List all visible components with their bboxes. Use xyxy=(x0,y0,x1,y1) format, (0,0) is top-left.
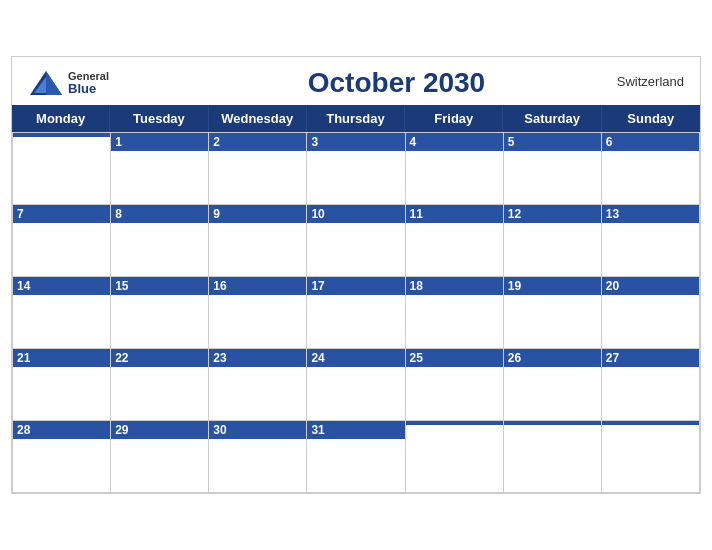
cell-date-empty xyxy=(602,421,699,425)
calendar-cell: 6 xyxy=(602,133,700,205)
cell-date: 1 xyxy=(111,133,208,151)
cell-date: 22 xyxy=(111,349,208,367)
calendar-cell: 12 xyxy=(504,205,602,277)
calendar-cell: 15 xyxy=(111,277,209,349)
calendar-cell: 8 xyxy=(111,205,209,277)
calendar-cell xyxy=(602,421,700,493)
cell-date: 12 xyxy=(504,205,601,223)
calendar-cell: 26 xyxy=(504,349,602,421)
cell-date: 25 xyxy=(406,349,503,367)
cell-date: 26 xyxy=(504,349,601,367)
cell-date: 29 xyxy=(111,421,208,439)
day-tuesday: Tuesday xyxy=(110,105,208,132)
logo-blue-text: Blue xyxy=(68,82,109,95)
calendar-cell: 2 xyxy=(209,133,307,205)
cell-date: 20 xyxy=(602,277,699,295)
day-friday: Friday xyxy=(405,105,503,132)
cell-date: 17 xyxy=(307,277,404,295)
cell-date: 11 xyxy=(406,205,503,223)
calendar-cell: 22 xyxy=(111,349,209,421)
calendar-cell: 11 xyxy=(406,205,504,277)
cell-date: 18 xyxy=(406,277,503,295)
calendar-header: General Blue October 2030 Switzerland xyxy=(12,57,700,105)
calendar: General Blue October 2030 Switzerland Mo… xyxy=(11,56,701,494)
logo-icon xyxy=(28,69,64,97)
calendar-cell: 25 xyxy=(406,349,504,421)
cell-date: 28 xyxy=(13,421,110,439)
calendar-cell: 7 xyxy=(13,205,111,277)
cell-date-empty xyxy=(406,421,503,425)
cell-date: 19 xyxy=(504,277,601,295)
calendar-cell: 14 xyxy=(13,277,111,349)
calendar-cell: 31 xyxy=(307,421,405,493)
cell-date: 16 xyxy=(209,277,306,295)
calendar-cell: 21 xyxy=(13,349,111,421)
cell-date: 21 xyxy=(13,349,110,367)
logo: General Blue xyxy=(28,69,109,97)
cell-date: 23 xyxy=(209,349,306,367)
cell-date-empty xyxy=(504,421,601,425)
calendar-cell xyxy=(406,421,504,493)
cell-date: 10 xyxy=(307,205,404,223)
cell-date: 27 xyxy=(602,349,699,367)
cell-date: 5 xyxy=(504,133,601,151)
cell-date: 7 xyxy=(13,205,110,223)
calendar-cell: 3 xyxy=(307,133,405,205)
day-wednesday: Wednesday xyxy=(209,105,307,132)
cell-date: 9 xyxy=(209,205,306,223)
calendar-cell xyxy=(504,421,602,493)
cell-date: 13 xyxy=(602,205,699,223)
cell-date: 14 xyxy=(13,277,110,295)
cell-date: 4 xyxy=(406,133,503,151)
cell-date: 24 xyxy=(307,349,404,367)
cell-date: 31 xyxy=(307,421,404,439)
calendar-cell: 20 xyxy=(602,277,700,349)
calendar-cell: 28 xyxy=(13,421,111,493)
day-monday: Monday xyxy=(12,105,110,132)
cell-date: 8 xyxy=(111,205,208,223)
calendar-cell: 18 xyxy=(406,277,504,349)
cell-date: 3 xyxy=(307,133,404,151)
calendar-cell: 19 xyxy=(504,277,602,349)
calendar-cell: 27 xyxy=(602,349,700,421)
calendar-cell: 10 xyxy=(307,205,405,277)
cell-date-empty xyxy=(13,133,110,137)
cell-date: 2 xyxy=(209,133,306,151)
calendar-title: October 2030 xyxy=(109,67,684,99)
country-label: Switzerland xyxy=(617,74,684,89)
calendar-cell: 5 xyxy=(504,133,602,205)
svg-marker-2 xyxy=(46,71,62,95)
calendar-cell: 17 xyxy=(307,277,405,349)
calendar-cell: 23 xyxy=(209,349,307,421)
calendar-cell: 1 xyxy=(111,133,209,205)
calendar-cell: 16 xyxy=(209,277,307,349)
calendar-cell: 9 xyxy=(209,205,307,277)
cell-date: 30 xyxy=(209,421,306,439)
logo-text: General Blue xyxy=(68,71,109,95)
calendar-cell: 13 xyxy=(602,205,700,277)
cell-date: 15 xyxy=(111,277,208,295)
calendar-cell: 29 xyxy=(111,421,209,493)
calendar-cell xyxy=(13,133,111,205)
day-sunday: Sunday xyxy=(602,105,700,132)
calendar-grid: 1234567891011121314151617181920212223242… xyxy=(12,132,700,493)
cell-date: 6 xyxy=(602,133,699,151)
calendar-cell: 30 xyxy=(209,421,307,493)
days-header: Monday Tuesday Wednesday Thursday Friday… xyxy=(12,105,700,132)
calendar-cell: 4 xyxy=(406,133,504,205)
day-saturday: Saturday xyxy=(503,105,601,132)
day-thursday: Thursday xyxy=(307,105,405,132)
calendar-cell: 24 xyxy=(307,349,405,421)
